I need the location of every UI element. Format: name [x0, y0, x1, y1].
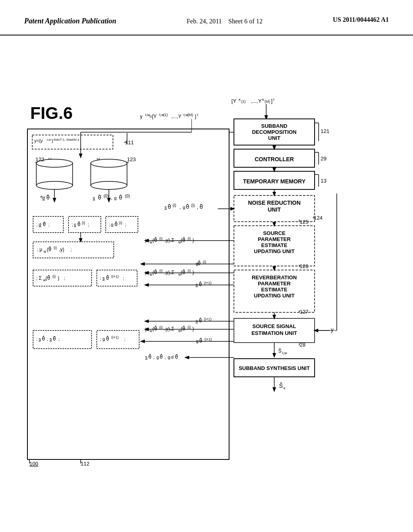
svg-text:,...,Y: ,...,Y — [171, 114, 181, 119]
svg-text:,: , — [179, 204, 181, 210]
svg-text:13: 13 — [321, 178, 326, 184]
svg-text:,y),Σ: ,y),Σ — [165, 326, 174, 332]
svg-text:y={y: y={y — [34, 138, 43, 143]
svg-text:0≤t≤T-1, 0≤w≤N-1: 0≤t≤T-1, 0≤w≤N-1 — [54, 138, 79, 141]
svg-text:θ̂: θ̂ — [148, 354, 151, 360]
svg-text:θ̃: θ̃ — [175, 354, 178, 360]
svg-text:d: d — [42, 195, 45, 200]
svg-text:): ) — [192, 326, 194, 332]
svg-text:θ̂: θ̂ — [115, 221, 117, 227]
svg-text:θ̂: θ̂ — [160, 354, 163, 360]
svg-text:κ: κ — [262, 98, 264, 102]
svg-text:,: , — [47, 337, 48, 341]
svg-text:κ: κ — [239, 98, 241, 102]
svg-text:UPDATING UNIT: UPDATING UNIT — [254, 293, 295, 299]
diagram-svg: FIG.6 [Y κ (1) ,...,Y κ (M) ] τ SUBBAND … — [0, 40, 413, 524]
svg-text:s: s — [39, 337, 41, 341]
svg-text:127: 127 — [300, 309, 309, 315]
svg-text:;: ; — [36, 222, 38, 227]
svg-text:,: , — [111, 195, 113, 201]
svg-text:(1): (1) — [241, 100, 246, 104]
svg-text:(θ̂: (θ̂ — [152, 326, 157, 332]
svg-text:μ: μ — [40, 247, 42, 252]
header-center: Feb. 24, 2011 Sheet 6 of 12 — [187, 16, 263, 27]
svg-text:θ̂: θ̂ — [199, 281, 202, 287]
svg-text:θ̃: θ̃ — [46, 195, 50, 201]
svg-text:SUBBAND SYNTHESIS UNIT: SUBBAND SYNTHESIS UNIT — [239, 365, 310, 371]
svg-text:;: ; — [123, 276, 124, 281]
svg-text:,: , — [153, 355, 154, 360]
svg-text:(i): (i) — [82, 221, 85, 225]
svg-text:PARAMETER: PARAMETER — [258, 236, 291, 242]
svg-text:(i): (i) — [159, 325, 163, 329]
svg-point-55 — [91, 181, 127, 189]
svg-text:s: s — [196, 282, 198, 287]
svg-text:125: 125 — [300, 219, 309, 225]
svg-text:124: 124 — [314, 215, 323, 221]
svg-text:(i): (i) — [119, 221, 122, 225]
svg-text:ESTIMATION UNIT: ESTIMATION UNIT — [251, 330, 297, 336]
svg-text:100: 100 — [29, 461, 38, 467]
svg-text:s: s — [165, 205, 167, 210]
svg-text:(θ̂: (θ̂ — [46, 275, 50, 281]
svg-text:, θ̃: , θ̃ — [197, 204, 203, 210]
svg-text:θ̂: θ̂ — [186, 204, 189, 210]
svg-text:Σ: Σ — [39, 275, 42, 281]
svg-text:w: w — [43, 249, 46, 254]
svg-text:(i): (i) — [188, 269, 191, 273]
svg-text:s: s — [102, 276, 105, 281]
svg-text:REVERBERATION: REVERBERATION — [252, 274, 297, 281]
svg-text:=[Y: =[Y — [149, 114, 156, 119]
svg-text:g: g — [111, 222, 113, 227]
svg-text:SOURCE: SOURCE — [263, 230, 286, 236]
svg-text:(i+1): (i+1) — [204, 337, 212, 341]
svg-text:): ) — [58, 275, 59, 281]
svg-text:126: 126 — [300, 263, 309, 269]
svg-text:;: ; — [37, 247, 38, 252]
svg-text:(i): (i) — [188, 325, 191, 329]
svg-text:SOURCE SIGNAL: SOURCE SIGNAL — [252, 323, 296, 329]
svg-text:28: 28 — [300, 342, 305, 348]
svg-text:s: s — [196, 318, 198, 323]
svg-text:θ̂: θ̂ — [199, 338, 202, 344]
svg-text:UPDATING UNIT: UPDATING UNIT — [254, 248, 295, 254]
svg-text:TEMPORARY MEMORY: TEMPORARY MEMORY — [243, 178, 306, 185]
svg-text:g: g — [196, 261, 198, 266]
svg-text:ESTIMATE: ESTIMATE — [261, 242, 288, 248]
svg-text:(i): (i) — [203, 260, 206, 264]
svg-text:y: y — [140, 114, 142, 119]
svg-text:t,w: t,w — [282, 351, 287, 355]
svg-text:(M): (M) — [188, 113, 193, 117]
svg-text:): ) — [192, 270, 194, 275]
fig-label: FIG.6 — [30, 104, 73, 123]
diagram-area: FIG.6 [Y κ (1) ,...,Y κ (M) ] τ SUBBAND … — [0, 40, 413, 532]
svg-text:}: } — [52, 138, 53, 143]
svg-text:d: d — [39, 222, 41, 227]
svg-text:;: ; — [71, 247, 72, 252]
svg-text:(i): (i) — [54, 246, 57, 250]
svg-text:θ̂: θ̂ — [42, 336, 45, 342]
svg-text:τ: τ — [197, 113, 198, 117]
svg-text:;: ; — [124, 337, 125, 341]
svg-text:s: s — [93, 195, 95, 200]
svg-text:;: ; — [125, 222, 126, 227]
svg-text:d: d — [171, 355, 173, 360]
svg-text:g: g — [196, 339, 198, 343]
svg-text:(i+1): (i+1) — [111, 335, 119, 339]
svg-text:(θ̂: (θ̂ — [152, 237, 157, 243]
header-right: US 2011/0044462 A1 — [333, 16, 389, 23]
svg-text:[Y: [Y — [232, 98, 237, 104]
svg-text:,y): ,y) — [59, 247, 64, 252]
svg-text:UNIT: UNIT — [268, 135, 280, 141]
svg-text:g: g — [156, 355, 159, 360]
svg-rect-147 — [33, 270, 92, 286]
svg-text:g: g — [183, 205, 185, 210]
svg-text:τ: τ — [273, 98, 275, 102]
svg-text:SUBBAND: SUBBAND — [261, 123, 288, 129]
svg-text:κ: κ — [284, 386, 286, 390]
svg-text:(i): (i) — [159, 269, 163, 273]
svg-text:PARAMETER: PARAMETER — [258, 281, 291, 287]
svg-text:Ŝ: Ŝ — [279, 382, 283, 389]
svg-text:Ŝ: Ŝ — [278, 348, 282, 354]
svg-text:(1): (1) — [163, 113, 168, 117]
